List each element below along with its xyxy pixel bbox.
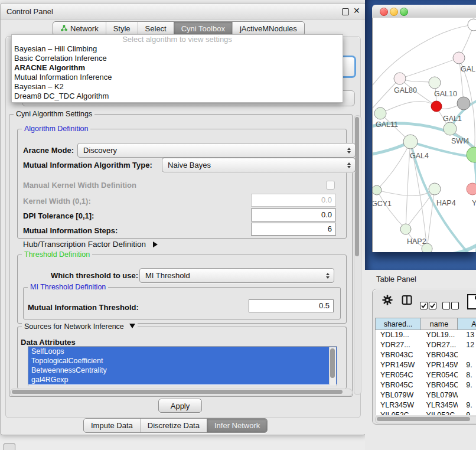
- node-label: SWI4: [451, 137, 470, 145]
- expander-arrow-down-icon: [129, 324, 135, 328]
- group-title: MI Threshold Definition: [28, 283, 108, 291]
- algorithm-option-selected[interactable]: ARACNE Algorithm: [12, 63, 343, 73]
- table-row[interactable]: YLR345W YLR345W 9.: [376, 400, 476, 410]
- split-view-icon[interactable]: [402, 295, 412, 308]
- scrollbar-thumb[interactable]: [355, 117, 359, 256]
- tab-impute-data[interactable]: Impute Data: [84, 419, 140, 432]
- hub-factor-expander[interactable]: Hub/Transcription Factor Definition: [23, 240, 158, 249]
- algorithm-option[interactable]: Basic Correlation Inference: [12, 54, 343, 63]
- network-node-gray[interactable]: [457, 97, 470, 110]
- cell: YBR043C: [422, 350, 458, 360]
- table-row[interactable]: YBR045C YBR045C 9.: [376, 380, 476, 390]
- column-header-name[interactable]: name: [421, 318, 458, 330]
- network-node-gal10[interactable]: [429, 77, 441, 89]
- mi-steps-field[interactable]: 6: [251, 223, 336, 236]
- checked-checkbox-icon[interactable]: [429, 302, 436, 309]
- cell: YBR043C: [376, 350, 422, 360]
- network-node-pink[interactable]: [467, 183, 476, 195]
- maximize-traffic-light[interactable]: [400, 8, 408, 16]
- network-node-gal11[interactable]: [374, 107, 386, 119]
- cell: YDL19...: [422, 330, 458, 340]
- minimize-traffic-light[interactable]: [390, 8, 398, 16]
- attribute-list-scrollbar[interactable]: [329, 347, 336, 385]
- column-header-shared-name[interactable]: shared...: [375, 318, 421, 330]
- cell: 9.: [458, 380, 476, 390]
- table-body[interactable]: YDL19... YDL19... 13 YDR27... YDR27... 1…: [375, 330, 476, 415]
- network-node-swi4[interactable]: [444, 122, 457, 135]
- cell: 8.: [458, 370, 476, 380]
- attribute-item[interactable]: SelfLoops: [28, 347, 337, 356]
- network-node-green[interactable]: [467, 147, 476, 162]
- network-node-hap4[interactable]: [429, 183, 441, 195]
- mi-threshold-field[interactable]: 0.5: [249, 299, 334, 312]
- minimized-panel-icon[interactable]: [4, 444, 15, 450]
- network-node-gcy1[interactable]: [373, 185, 382, 195]
- document-icon[interactable]: [467, 294, 476, 309]
- apply-button[interactable]: Apply: [158, 399, 202, 413]
- tab-label: Cyni Toolbox: [181, 24, 225, 33]
- table-row[interactable]: YBR043C YBR043C: [376, 350, 476, 360]
- tab-select[interactable]: Select: [138, 22, 174, 35]
- table-row[interactable]: YDR27... YDR27... 12: [376, 340, 476, 350]
- table-panel-title: Table Panel: [376, 275, 416, 283]
- cell: YIL052C: [376, 410, 422, 415]
- network-node-hap2[interactable]: [400, 224, 411, 234]
- cell: YPR145W: [422, 360, 458, 370]
- cell: YBL079W: [422, 390, 458, 400]
- checked-checkbox-icon[interactable]: [420, 302, 428, 309]
- network-canvas[interactable]: GAL GAL80 GAL10 GAL1 GAL11 SWI4 GAL4 GCY…: [372, 18, 476, 252]
- algorithm-option[interactable]: Dream8 DC_TDC Algorithm: [12, 92, 343, 101]
- sources-expander[interactable]: Sources for Network Inference: [22, 322, 138, 331]
- dpi-tolerance-field[interactable]: 0.0: [251, 208, 336, 221]
- control-panel-window: Control Panel ✕ Network Style Select Cyn…: [0, 3, 366, 435]
- aracne-mode-combo[interactable]: Discovery: [77, 143, 356, 158]
- control-panel-titlebar: Control Panel ✕: [1, 4, 366, 19]
- network-graph: GAL GAL80 GAL10 GAL1 GAL11 SWI4 GAL4 GCY…: [373, 18, 476, 252]
- tab-label: Select: [145, 24, 167, 33]
- table-row[interactable]: YDL19... YDL19... 13: [376, 330, 476, 340]
- node-label: GAL80: [394, 86, 417, 94]
- attribute-item[interactable]: TopologicalCoefficient: [28, 356, 337, 366]
- network-node-gal80[interactable]: [394, 73, 406, 84]
- scrollbar-thumb[interactable]: [12, 390, 343, 394]
- tab-label: Discretize Data: [148, 421, 200, 430]
- cell: [458, 350, 476, 360]
- mi-algorithm-type-combo[interactable]: Naive Bayes: [162, 158, 356, 172]
- algorithm-option[interactable]: Bayesian – Hill Climbing: [12, 44, 343, 54]
- close-traffic-light[interactable]: [380, 8, 388, 16]
- tab-style[interactable]: Style: [106, 22, 138, 35]
- column-header-partial[interactable]: A: [458, 318, 476, 330]
- network-node-selected-red[interactable]: [431, 101, 442, 112]
- tab-network[interactable]: Network: [53, 22, 106, 35]
- scrollbar-thumb[interactable]: [377, 417, 470, 421]
- algorithm-option[interactable]: Mutual Information Inference: [12, 73, 343, 82]
- tab-infer-network[interactable]: Infer Network: [207, 419, 267, 432]
- network-node[interactable]: [468, 19, 476, 31]
- network-node[interactable]: [453, 52, 465, 64]
- algorithm-option[interactable]: Bayesian – K2: [12, 82, 343, 92]
- float-panel-icon[interactable]: [342, 8, 349, 15]
- table-row[interactable]: YBL079W YBL079W: [376, 390, 476, 400]
- table-row[interactable]: YER054C YER054C 8.: [376, 370, 476, 380]
- tab-discretize-data[interactable]: Discretize Data: [140, 419, 207, 432]
- table-panel: shared... name A YDL19... YDL19... 13 YD…: [372, 289, 476, 425]
- attribute-item[interactable]: BetweennessCentrality: [28, 366, 337, 375]
- table-row[interactable]: YPR145W YPR145W 9.: [376, 360, 476, 370]
- which-threshold-combo[interactable]: MI Threshold: [139, 268, 334, 283]
- table-row[interactable]: YIL052C YIL052C 9: [376, 410, 476, 415]
- data-attributes-list[interactable]: SelfLoops TopologicalCoefficient Between…: [28, 346, 337, 386]
- group-title: Cyni Algorithm Settings: [14, 110, 94, 118]
- combo-value: Discovery: [83, 146, 117, 155]
- settings-vertical-scrollbar[interactable]: [354, 115, 361, 395]
- unchecked-checkbox-icon[interactable]: [442, 302, 450, 309]
- tab-cyni-toolbox[interactable]: Cyni Toolbox: [174, 22, 232, 35]
- gear-icon[interactable]: [382, 295, 393, 308]
- close-icon[interactable]: ✕: [353, 6, 360, 15]
- network-node-gal4[interactable]: [403, 135, 418, 149]
- scrollbar-thumb[interactable]: [330, 348, 335, 378]
- tab-jactivemnodules[interactable]: jActiveMNodules: [232, 22, 304, 35]
- unchecked-checkbox-icon[interactable]: [451, 302, 459, 309]
- settings-horizontal-scrollbar[interactable]: [10, 389, 353, 396]
- table-horizontal-scrollbar[interactable]: [375, 416, 476, 423]
- attribute-item[interactable]: gal4RGexp: [28, 375, 337, 384]
